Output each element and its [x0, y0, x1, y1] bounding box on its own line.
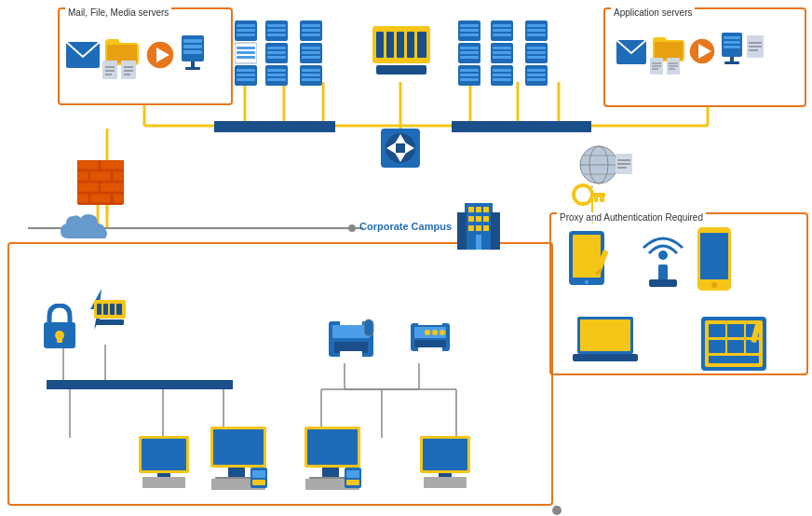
tablet-pen-icon: [564, 231, 613, 294]
svg-rect-104: [460, 74, 479, 76]
svg-rect-211: [364, 319, 373, 336]
svg-rect-80: [302, 47, 320, 49]
firewall-icon: [76, 160, 125, 205]
doc-near-globe: [615, 154, 633, 174]
svg-rect-101: [460, 56, 479, 59]
svg-rect-203: [116, 304, 122, 315]
svg-rect-171: [491, 212, 500, 250]
svg-rect-82: [302, 56, 320, 59]
hub-icon-mid: [93, 300, 127, 326]
svg-rect-218: [418, 312, 442, 325]
svg-rect-152: [730, 57, 734, 61]
computer-2: [207, 427, 270, 490]
svg-rect-200: [97, 304, 102, 315]
svg-point-253: [658, 251, 668, 260]
svg-rect-97: [460, 34, 479, 36]
document-icon-left1: [101, 61, 119, 79]
svg-rect-56: [237, 47, 255, 49]
svg-rect-167: [90, 194, 111, 203]
svg-rect-93: [376, 65, 426, 75]
svg-rect-209: [340, 312, 362, 325]
svg-rect-68: [267, 47, 286, 49]
svg-rect-95: [460, 24, 479, 27]
svg-rect-227: [228, 468, 245, 477]
svg-rect-219: [418, 347, 442, 360]
svg-rect-177: [483, 216, 489, 222]
svg-rect-100: [460, 51, 479, 54]
svg-rect-151: [724, 46, 740, 48]
svg-rect-205: [47, 380, 233, 389]
play-icon-app: [687, 37, 717, 65]
svg-rect-262: [709, 324, 725, 337]
svg-rect-150: [724, 41, 740, 44]
corporate-campus-dot: [348, 224, 356, 232]
computer-1: [138, 436, 189, 490]
server-top-6: [523, 20, 549, 86]
svg-rect-73: [267, 74, 286, 76]
svg-rect-129: [527, 78, 546, 81]
svg-rect-259: [573, 354, 638, 361]
svg-rect-107: [493, 24, 511, 27]
svg-rect-123: [527, 47, 546, 49]
svg-point-217: [425, 330, 430, 335]
svg-rect-66: [267, 34, 286, 36]
svg-rect-65: [267, 29, 286, 32]
svg-rect-85: [302, 74, 320, 76]
svg-rect-77: [302, 29, 320, 32]
svg-point-215: [440, 330, 445, 335]
svg-rect-164: [77, 183, 99, 192]
svg-point-191: [574, 185, 592, 204]
svg-rect-240: [346, 480, 359, 485]
computer-4: [419, 436, 470, 490]
svg-rect-198: [57, 335, 62, 343]
server-top-5: [489, 20, 515, 86]
svg-rect-181: [476, 235, 481, 250]
svg-rect-109: [493, 34, 511, 36]
svg-rect-201: [103, 304, 108, 315]
svg-rect-117: [493, 78, 511, 81]
svg-rect-92: [417, 32, 426, 58]
svg-rect-163: [113, 171, 124, 181]
computer-3: [301, 427, 364, 490]
svg-rect-57: [237, 51, 255, 54]
svg-rect-48: [183, 50, 202, 54]
svg-rect-50: [185, 67, 200, 70]
svg-rect-64: [267, 24, 286, 27]
svg-rect-81: [302, 51, 320, 54]
svg-rect-111: [493, 47, 511, 49]
svg-rect-255: [700, 233, 728, 279]
svg-rect-193: [600, 197, 604, 202]
svg-rect-105: [460, 78, 479, 81]
svg-rect-99: [460, 47, 479, 49]
document-icon-left2: [119, 61, 138, 79]
svg-rect-116: [493, 74, 511, 76]
svg-rect-266: [727, 340, 744, 353]
svg-rect-175: [468, 216, 474, 222]
svg-rect-204: [96, 319, 124, 325]
svg-rect-113: [493, 56, 511, 59]
svg-rect-234: [307, 429, 358, 465]
lock-icon: [39, 304, 80, 348]
doc-icon-app1: [648, 58, 665, 75]
svg-rect-125: [527, 56, 546, 59]
svg-rect-245: [424, 477, 467, 488]
svg-rect-39: [121, 61, 136, 79]
svg-rect-47: [183, 45, 202, 48]
svg-rect-194: [594, 197, 598, 202]
svg-rect-78: [302, 34, 320, 36]
doc-app-right: [745, 35, 765, 58]
bottom-right-dot: [553, 506, 561, 513]
svg-rect-210: [340, 351, 362, 363]
svg-rect-54: [237, 34, 255, 36]
svg-point-248: [585, 280, 589, 284]
svg-rect-178: [468, 225, 474, 231]
svg-rect-61: [237, 74, 255, 76]
svg-rect-120: [527, 29, 546, 32]
network-switch-top: [371, 26, 431, 77]
svg-rect-165: [101, 183, 124, 192]
router-icon: [380, 129, 421, 168]
svg-rect-108: [493, 29, 511, 32]
svg-rect-112: [493, 51, 511, 54]
svg-rect-148: [722, 33, 742, 57]
wifi-antenna-icon: [639, 227, 687, 288]
